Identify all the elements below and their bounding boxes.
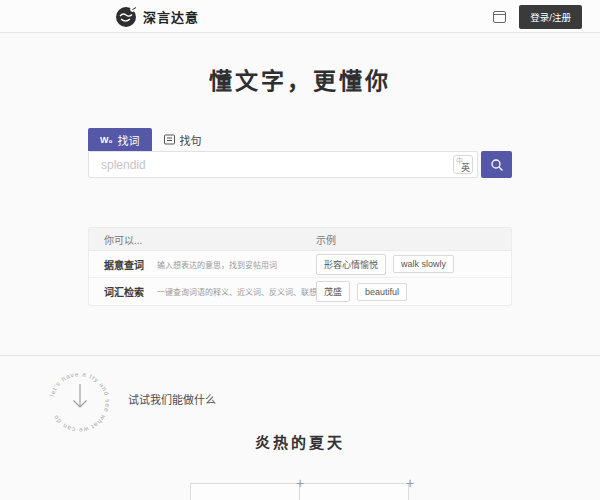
tab-find-words[interactable]: W₀ 找词 xyxy=(88,128,152,151)
search-input[interactable] xyxy=(89,152,477,177)
demo-card[interactable] xyxy=(299,483,409,500)
shenyandayi-homepage: 深言达意 登录/注册 懂文字，更懂你 W₀ 找词 找句 xyxy=(0,0,600,500)
feature-description: 输入想表达的意思，找到妥帖用词 xyxy=(157,259,277,270)
search-mode-tabs: W₀ 找词 找句 xyxy=(88,128,214,151)
search-bar: 中 英 xyxy=(88,151,512,178)
table-row: 据意查词 输入想表达的意思，找到妥帖用词 形容心情愉悦 walk slowly xyxy=(89,251,511,278)
logo-icon xyxy=(115,6,137,28)
example-phrase-title: 炎热的夏天 xyxy=(0,431,600,452)
example-chip[interactable]: 形容心情愉悦 xyxy=(316,254,386,275)
logo[interactable]: 深言达意 xyxy=(115,0,199,33)
language-primary-label: 英 xyxy=(461,163,470,173)
wantwords-icon: W₀ xyxy=(100,135,113,145)
search-box: 中 英 xyxy=(88,151,478,178)
example-chip[interactable]: beautiful xyxy=(357,283,407,301)
table-row: 词汇检索 一键查询词语的释义、近义词、反义词、联想词等 茂盛 beautiful xyxy=(89,278,511,305)
login-register-button[interactable]: 登录/注册 xyxy=(519,5,582,29)
demo-card[interactable] xyxy=(190,483,300,500)
search-button[interactable] xyxy=(481,151,512,178)
scroll-down-arrow-icon: let's have a try and see what we can do xyxy=(40,357,120,437)
example-chip[interactable]: 茂盛 xyxy=(316,281,350,302)
try-label: 试试我们能做什么 xyxy=(128,391,216,407)
column-header-actions: 你可以... xyxy=(89,232,316,247)
example-chip[interactable]: walk slowly xyxy=(393,255,454,273)
guide-table: 你可以... 示例 据意查词 输入想表达的意思，找到妥帖用词 形容心情愉悦 wa… xyxy=(88,227,512,306)
guide-table-header: 你可以... 示例 xyxy=(89,228,511,251)
corner-plus-decoration: + xyxy=(296,476,304,490)
tab-find-words-label: 找词 xyxy=(118,132,140,148)
feature-name: 据意查词 xyxy=(104,257,149,272)
tab-find-sentences-label: 找句 xyxy=(180,132,202,148)
language-toggle-icon[interactable]: 中 英 xyxy=(453,155,473,174)
column-header-examples: 示例 xyxy=(316,232,511,247)
browser-window-icon[interactable] xyxy=(493,11,506,23)
tab-find-sentences[interactable]: 找句 xyxy=(152,128,214,151)
feature-name: 词汇检索 xyxy=(104,284,149,299)
logo-text: 深言达意 xyxy=(143,7,199,26)
corner-plus-decoration: + xyxy=(406,476,414,490)
header-actions: 登录/注册 xyxy=(493,0,582,33)
wantquotes-icon xyxy=(164,134,175,145)
header: 深言达意 登录/注册 xyxy=(0,0,600,33)
feature-description: 一键查询词语的释义、近义词、反义词、联想词等 xyxy=(157,286,333,297)
page-title: 懂文字，更懂你 xyxy=(0,62,600,96)
section-divider xyxy=(0,355,600,356)
magnifier-icon xyxy=(490,158,504,172)
